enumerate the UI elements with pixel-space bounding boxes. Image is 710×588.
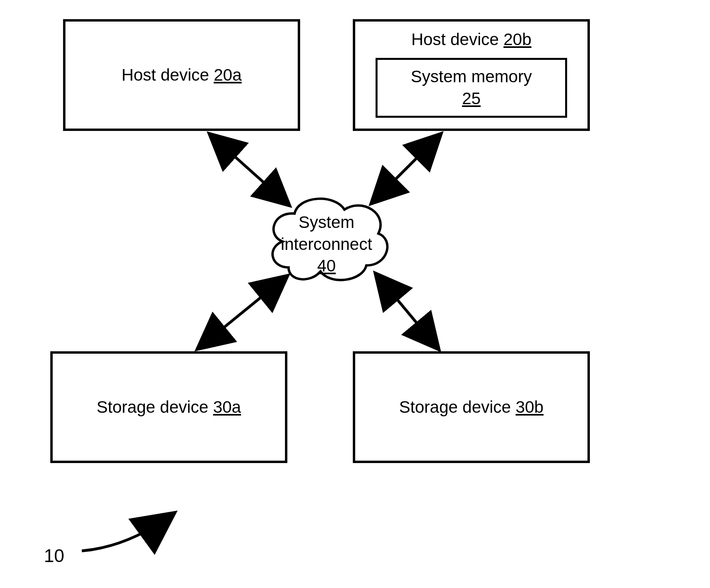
figure-ref-arrow: [0, 0, 710, 588]
figure-ref-label: 10: [44, 545, 64, 566]
